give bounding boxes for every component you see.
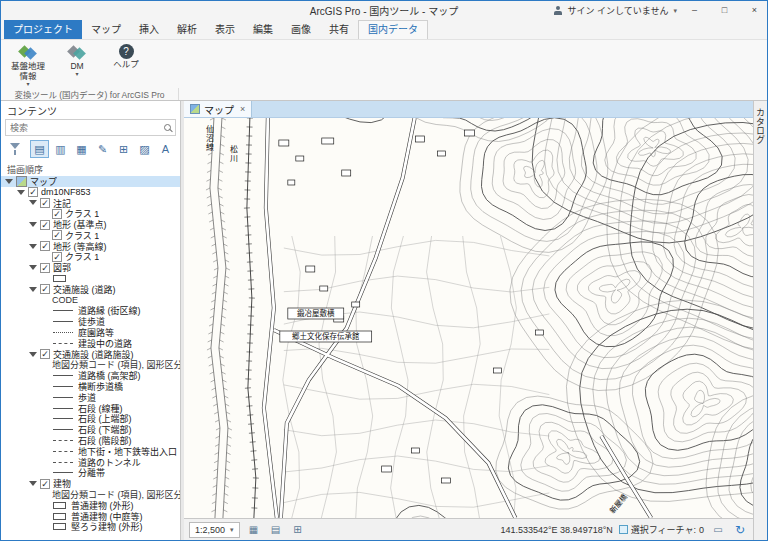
expander-icon[interactable] — [28, 198, 37, 207]
legend-heading-row[interactable]: 地図分類コード (項目), 図形区分 — [1, 360, 180, 371]
map-canvas[interactable]: 仙沼線松川鍛冶屋敷横郷土文化保存伝承館新屋橋 — [184, 118, 753, 518]
expander-icon[interactable] — [28, 242, 37, 251]
ribbon-button-ヘルプ[interactable]: ?ヘルプ — [103, 42, 149, 70]
layer-row[interactable]: ✓クラス 1 — [1, 230, 180, 241]
visibility-checkbox[interactable]: ✓ — [40, 198, 50, 208]
list-by-charts-icon[interactable]: ▨ — [135, 140, 154, 158]
maximize-button[interactable]: □ — [712, 1, 737, 20]
extent-icon[interactable]: ⊞ — [290, 522, 306, 538]
scale-select[interactable]: 1:2,500 ▾ — [189, 522, 240, 538]
layer-row[interactable]: 地下街・地下鉄等出入口 — [1, 446, 180, 457]
layer-row[interactable]: 石段 (下端部) — [1, 424, 180, 435]
selection-label: 選択フィーチャ: — [631, 523, 696, 536]
layer-row[interactable]: 分離帯 — [1, 468, 180, 479]
layer-row[interactable]: ✓建物 — [1, 478, 180, 489]
list-by-editing-icon[interactable]: ✎ — [93, 140, 112, 158]
layer-label: クラス 1 — [65, 208, 99, 219]
layer-label: 分離帯 — [78, 468, 105, 479]
layer-row[interactable]: 道路のトンネル — [1, 457, 180, 468]
layer-row[interactable]: 歩道 — [1, 392, 180, 403]
ribbon-button-DM[interactable]: DM▾ — [54, 42, 100, 77]
visibility-checkbox[interactable]: ✓ — [52, 209, 62, 219]
legend-symbol-line — [53, 397, 73, 398]
expander-icon[interactable] — [28, 263, 37, 272]
legend-heading-row[interactable]: 地図分類コード (項目), 図形区分 — [1, 489, 180, 500]
layer-row[interactable]: ✓図郭 — [1, 262, 180, 273]
layer-row[interactable]: 普通建物 (外形) — [1, 500, 180, 511]
filter-funnel-icon[interactable] — [5, 140, 24, 158]
expander-spacer — [40, 393, 49, 402]
visibility-checkbox[interactable]: ✓ — [40, 479, 50, 489]
layer-row[interactable]: ✓地形 (等高線) — [1, 241, 180, 252]
list-by-labeling-icon[interactable]: A — [156, 140, 175, 158]
layer-row[interactable]: ✓クラス 1 — [1, 252, 180, 263]
layer-row[interactable]: マップ — [1, 176, 180, 187]
view-tab-map[interactable]: マップ × — [184, 101, 252, 117]
layer-row[interactable]: 石段 (上端部) — [1, 414, 180, 425]
ribbon-tab-画像[interactable]: 画像 — [282, 20, 320, 39]
legend-heading-row[interactable]: CODE — [1, 295, 180, 306]
ribbon-tab-解析[interactable]: 解析 — [168, 20, 206, 39]
contents-search[interactable] — [5, 119, 176, 136]
expander-icon[interactable] — [28, 479, 37, 488]
sign-in-status[interactable]: サイン インしていません — [568, 4, 669, 17]
close-tab-icon[interactable]: × — [240, 104, 245, 114]
layer-row[interactable]: 道路橋 (高架部) — [1, 370, 180, 381]
layer-row[interactable]: 石段 (線種) — [1, 403, 180, 414]
legend-symbol-line — [53, 429, 73, 430]
expander-icon[interactable] — [4, 177, 13, 186]
layer-row[interactable]: 徒歩道 — [1, 316, 180, 327]
visibility-checkbox[interactable]: ✓ — [28, 187, 38, 197]
ribbon-tab-表示[interactable]: 表示 — [206, 20, 244, 39]
expander-icon[interactable] — [28, 220, 37, 229]
sign-in-dropdown-icon[interactable]: ▾ — [673, 7, 677, 15]
layer-row[interactable]: 道路縁 (街区線) — [1, 306, 180, 317]
ribbon-button-基盤地理情報[interactable]: 基盤地理情報▾ — [5, 42, 51, 87]
ribbon-tab-共有[interactable]: 共有 — [320, 20, 358, 39]
layer-row[interactable]: ✓地形 (基準点) — [1, 219, 180, 230]
layer-row[interactable] — [1, 273, 180, 284]
search-input[interactable] — [10, 123, 160, 133]
coordinates-readout[interactable]: 141.533542°E 38.949718°N — [500, 525, 612, 535]
ribbon-tab-マップ[interactable]: マップ — [82, 20, 130, 39]
catalog-tab[interactable]: カタログ — [754, 101, 767, 151]
contents-pane: コンテンツ ▤▥▦✎⊞▨A 描画順序 マップ✓dm10NF853✓注記✓クラス … — [1, 101, 181, 540]
visibility-checkbox[interactable]: ✓ — [40, 263, 50, 273]
close-button[interactable]: × — [742, 1, 767, 20]
ribbon-tab-編集[interactable]: 編集 — [244, 20, 282, 39]
layer-row[interactable]: 建設中の道路 — [1, 338, 180, 349]
layer-row[interactable]: ✓交通施設 (道路) — [1, 284, 180, 295]
list-by-snapping-icon[interactable]: ⊞ — [114, 140, 133, 158]
layer-row[interactable]: ✓注記 — [1, 198, 180, 209]
layer-row[interactable]: 普通建物 (中庭等) — [1, 511, 180, 522]
expander-icon[interactable] — [16, 188, 25, 197]
expander-icon[interactable] — [28, 285, 37, 294]
layer-row[interactable]: ✓クラス 1 — [1, 208, 180, 219]
layout-view-icon[interactable]: ▤ — [268, 522, 284, 538]
visibility-checkbox[interactable]: ✓ — [40, 349, 50, 359]
visibility-checkbox[interactable]: ✓ — [40, 220, 50, 230]
ribbon-tab-国内データ[interactable]: 国内データ — [358, 20, 428, 39]
visibility-checkbox[interactable]: ✓ — [52, 252, 62, 262]
layer-row[interactable]: ✓dm10NF853 — [1, 187, 180, 198]
layer-row[interactable]: 堅ろう建物 (外形) — [1, 522, 180, 533]
ribbon-tab-プロジェクト[interactable]: プロジェクト — [4, 20, 82, 39]
layer-row[interactable]: 庭園路等 — [1, 327, 180, 338]
layer-row[interactable]: ✓交通施設 (道路施設) — [1, 349, 180, 360]
list-by-data-source-icon[interactable]: ▥ — [51, 140, 70, 158]
visibility-checkbox[interactable]: ✓ — [40, 241, 50, 251]
expander-icon[interactable] — [28, 350, 37, 359]
ribbon-tab-挿入[interactable]: 挿入 — [130, 20, 168, 39]
refresh-icon[interactable]: ↻ — [732, 522, 748, 538]
layer-row[interactable]: 石段 (階段部) — [1, 435, 180, 446]
visibility-checkbox[interactable]: ✓ — [52, 230, 62, 240]
selection-count-readout[interactable]: 選択フィーチャ: 0 — [619, 523, 704, 536]
list-by-selection-icon[interactable]: ▦ — [72, 140, 91, 158]
grid-icon[interactable]: ▦ — [246, 522, 262, 538]
minimize-button[interactable]: – — [682, 1, 707, 20]
visibility-checkbox[interactable]: ✓ — [40, 284, 50, 294]
message-icon[interactable]: ▭ — [710, 522, 726, 538]
list-by-drawing-order-icon[interactable]: ▤ — [30, 140, 49, 158]
ribbon-tabs: プロジェクトマップ挿入解析表示編集画像共有国内データ — [1, 20, 767, 39]
layer-row[interactable]: 横断歩道橋 — [1, 381, 180, 392]
